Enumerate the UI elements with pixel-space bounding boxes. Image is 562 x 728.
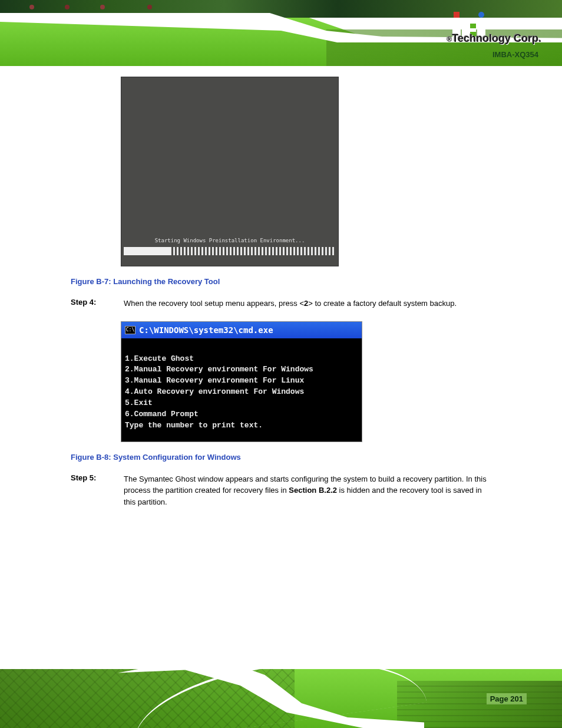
- main-content: Starting Windows Preinstallation Environ…: [71, 77, 495, 508]
- step-5-body: The Symantec Ghost window appears and st…: [124, 473, 495, 508]
- doc-title: IMBA-XQ354: [492, 50, 538, 59]
- header-band: ®Technology Corp. IMBA-XQ354: [0, 0, 562, 66]
- cmd-line: 1.Execute Ghost: [125, 354, 358, 365]
- figure-cmd-screenshot: C:\ C:\WINDOWS\system32\cmd.exe 1.Execut…: [121, 321, 362, 442]
- step-4-text-a: When the recovery tool setup menu appear…: [124, 299, 304, 308]
- boot-progress-bar: [124, 247, 336, 255]
- footer-band: Page 201: [0, 657, 562, 728]
- cmd-line: 5.Exit: [125, 398, 358, 409]
- cmd-line: 6.Command Prompt: [125, 409, 358, 420]
- step-5: Step 5: The Symantec Ghost window appear…: [71, 473, 495, 508]
- page-number: Page 201: [487, 693, 527, 704]
- cmd-line: 2.Manual Recovery environment For Window…: [125, 364, 358, 375]
- brand-name: Technology Corp.: [452, 32, 541, 44]
- step-4-text-b: > to create a factory default system bac…: [308, 299, 457, 308]
- step-4-number: Step 4:: [71, 298, 106, 309]
- step-5-ref: Section B.2.2: [289, 486, 337, 495]
- footer-circuit-right: [397, 681, 562, 728]
- step-4-body: When the recovery tool setup menu appear…: [124, 298, 495, 309]
- brand-text: ®Technology Corp.: [447, 32, 541, 45]
- figure-8-caption: Figure B-8: System Configuration for Win…: [71, 453, 495, 462]
- boot-loading-text: Starting Windows Preinstallation Environ…: [121, 238, 338, 243]
- step-5-number: Step 5:: [71, 473, 106, 508]
- figure-7-caption: Figure B-7: Launching the Recovery Tool: [71, 277, 495, 286]
- cmd-icon: C:\: [125, 326, 135, 334]
- cmd-line: Type the number to print text.: [125, 420, 358, 431]
- cmd-title-text: C:\WINDOWS\system32\cmd.exe: [139, 325, 273, 335]
- cmd-body: 1.Execute Ghost 2.Manual Recovery enviro…: [121, 338, 362, 436]
- cmd-line: 3.Manual Recovery environment For Linux: [125, 375, 358, 387]
- step-4: Step 4: When the recovery tool setup men…: [71, 298, 495, 309]
- cmd-titlebar: C:\ C:\WINDOWS\system32\cmd.exe: [121, 322, 362, 338]
- cmd-line: 4.Auto Recovery environment For Windows: [125, 387, 358, 398]
- figure-boot-screenshot: Starting Windows Preinstallation Environ…: [121, 77, 339, 266]
- registered-mark: ®: [447, 35, 452, 44]
